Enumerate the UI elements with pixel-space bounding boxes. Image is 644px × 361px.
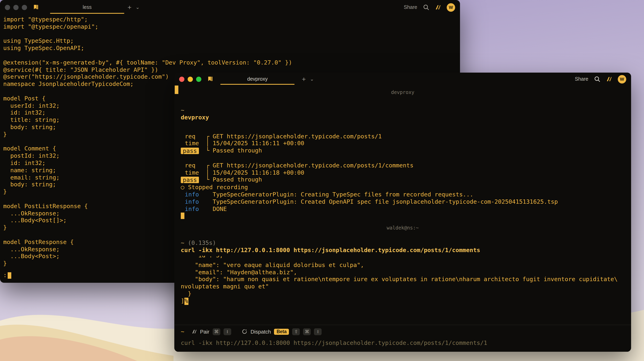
log-row-request: req ┌ GET https://jsonplaceholder.typico… — [181, 133, 625, 140]
share-button[interactable]: Share — [404, 4, 417, 10]
avatar[interactable]: W — [618, 75, 626, 83]
closing-bracket: ] — [181, 298, 184, 305]
footer-actions: ~ Pair ⌘ I Dispatch Beta ⇧ ⌘ I — [181, 325, 625, 338]
bracket-top-icon: ┌ — [206, 133, 213, 140]
log-label-time: time — [181, 140, 206, 147]
bracket-bottom-icon: └ — [206, 147, 213, 155]
stopped-recording-text: Stopped recording — [188, 184, 248, 191]
pager-prompt: : — [3, 272, 7, 279]
bookmark-icon[interactable] — [207, 76, 214, 82]
request-log-1: req ┌ GET https://jsonplaceholder.typico… — [181, 133, 625, 155]
log-label-time: time — [181, 169, 206, 176]
info-label: info — [181, 198, 206, 206]
record-stop-icon: ○ — [181, 184, 188, 191]
share-button[interactable]: Share — [575, 76, 588, 82]
bracket-mid-icon: │ — [206, 169, 213, 176]
pass-badge: pass — [181, 148, 199, 154]
request-timestamp: 15/04/2025 11:16:11 +00:00 — [213, 140, 625, 147]
cwd-line: ~ — [181, 107, 625, 114]
close-button[interactable] — [179, 76, 184, 82]
bracket-top-icon: ┌ — [206, 162, 213, 169]
zoom-button[interactable] — [196, 76, 201, 82]
command-curl[interactable]: curl -ikx http://127.0.0.1:8000 https://… — [181, 247, 625, 254]
minimize-button[interactable] — [13, 5, 18, 10]
bookmark-icon[interactable] — [33, 4, 39, 10]
clipped-output-line: "id": 5, — [181, 256, 625, 259]
window-devproxy[interactable]: devproxy + ⌄ Share W devproxy ~ devpr — [174, 73, 631, 352]
minimize-button[interactable] — [188, 76, 193, 82]
titlebar[interactable]: less + ⌄ Share W — [0, 0, 460, 14]
info-line: info TypeSpecGeneratorPlugin: Created Op… — [181, 198, 625, 206]
dispatch-button[interactable]: Dispatch — [250, 329, 271, 335]
info-line: info TypeSpecGeneratorPlugin: Creating T… — [181, 191, 625, 198]
titlebar-right-cluster: Share W — [575, 73, 626, 85]
command-devproxy[interactable]: devproxy — [181, 114, 625, 121]
pair-button[interactable]: Pair — [200, 329, 209, 335]
session-header: waldek@ns:~ — [181, 225, 625, 231]
zoom-button[interactable] — [22, 5, 27, 10]
terminal-pane-devproxy: devproxy ~ devproxy req ┌ GET https://js… — [174, 85, 631, 352]
tab-list-chevron-icon[interactable]: ⌄ — [136, 4, 140, 10]
log-label-req: req — [181, 133, 206, 140]
tab-title: less — [83, 4, 92, 10]
warp-logo-icon[interactable] — [606, 76, 612, 82]
stopped-recording-line: ○ Stopped recording — [181, 184, 625, 191]
search-icon[interactable] — [594, 76, 600, 82]
request-result: Passed through — [213, 176, 625, 184]
bracket-mid-icon: │ — [206, 140, 213, 147]
key-shift: ⇧ — [292, 328, 300, 335]
no-newline-marker: % — [184, 298, 188, 305]
key-cmd: ⌘ — [303, 328, 311, 335]
bracket-bottom-icon: └ — [206, 176, 213, 184]
close-button[interactable] — [5, 5, 10, 10]
cursor-line — [181, 213, 625, 220]
info-label: info — [181, 191, 206, 198]
screen: less + ⌄ Share W import "@typespec/http"… — [0, 0, 644, 361]
info-text: TypeSpecGeneratorPlugin: Creating TypeSp… — [213, 191, 625, 198]
tab-devproxy[interactable]: devproxy — [218, 73, 297, 85]
cwd: ~ — [181, 240, 184, 246]
traffic-lights — [179, 76, 201, 82]
terminal-cursor — [8, 272, 11, 279]
search-icon[interactable] — [423, 4, 429, 10]
tab-actions: + ⌄ — [128, 0, 140, 14]
info-text: TypeSpecGeneratorPlugin: Created OpenAPI… — [213, 198, 625, 206]
pending-command-input[interactable]: curl -ikx http://127.0.0.1:8000 https://… — [181, 340, 625, 347]
request-log-2: req ┌ GET https://jsonplaceholder.typico… — [181, 162, 625, 184]
request-url: GET https://jsonplaceholder.typicode.com… — [213, 162, 625, 169]
new-tab-button[interactable]: + — [302, 76, 306, 82]
tab-title: devproxy — [247, 76, 268, 82]
titlebar[interactable]: devproxy + ⌄ Share W — [174, 73, 631, 85]
warp-logo-icon[interactable] — [435, 4, 441, 10]
avatar[interactable]: W — [447, 3, 455, 11]
pass-badge: pass — [181, 177, 199, 183]
output-closing-line: ] % — [181, 298, 625, 305]
key-i: I — [314, 328, 322, 335]
log-row-pass: pass └ Passed through — [181, 147, 625, 155]
new-tab-button[interactable]: + — [128, 4, 132, 11]
session-header: devproxy — [181, 89, 625, 96]
titlebar-right-cluster: Share W — [404, 0, 455, 14]
log-row-time: time │ 15/04/2025 11:16:18 +00:00 — [181, 169, 625, 176]
log-row-pass: pass └ Passed through — [181, 176, 625, 184]
beta-badge: Beta — [274, 329, 289, 335]
warp-pair-icon — [192, 329, 197, 334]
traffic-lights — [5, 5, 27, 10]
prompt-duration-line: ~ (0.135s) — [181, 240, 625, 247]
request-timestamp: 15/04/2025 11:16:18 +00:00 — [213, 169, 625, 176]
tab-list-chevron-icon[interactable]: ⌄ — [310, 76, 314, 82]
tab-less[interactable]: less — [48, 0, 127, 14]
footer-prompt: ~ — [181, 328, 184, 335]
info-line: info DONE — [181, 206, 625, 213]
request-url: GET https://jsonplaceholder.typicode.com… — [213, 133, 625, 140]
info-text: DONE — [213, 206, 625, 213]
command-duration — [184, 240, 188, 246]
curl-output: "name": "vero eaque aliquid doloribus et… — [181, 262, 625, 298]
terminal-cursor — [181, 213, 184, 219]
block-start-marker — [175, 85, 178, 94]
tab-actions: + ⌄ — [302, 73, 314, 85]
info-label: info — [181, 206, 206, 213]
log-row-time: time │ 15/04/2025 11:16:11 +00:00 — [181, 140, 625, 147]
dispatch-icon — [242, 329, 247, 334]
key-i: I — [224, 328, 231, 335]
